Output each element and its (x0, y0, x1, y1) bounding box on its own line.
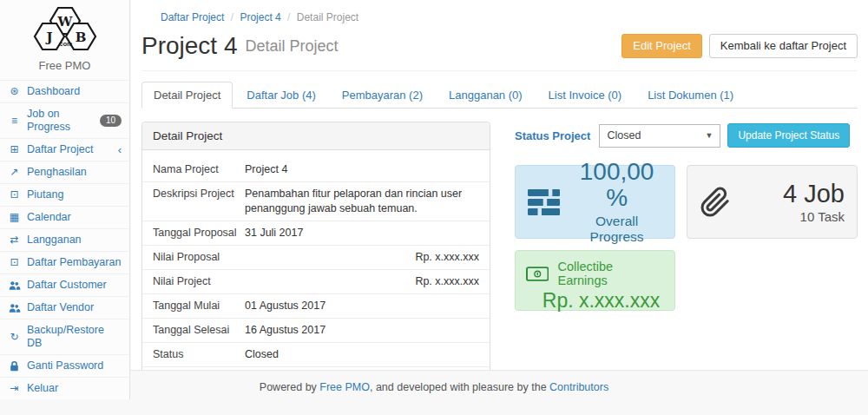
calendar-icon: ▦ (8, 211, 21, 224)
jwb-logo: W J B .com (0, 0, 129, 57)
svg-text:.com: .com (57, 41, 71, 47)
page-title: Project 4 (141, 32, 238, 60)
lock-icon (8, 359, 21, 372)
job-count-value: 4 Job (783, 181, 845, 208)
breadcrumb-current: Detail Project (297, 11, 358, 23)
table-icon: ⊞ (8, 143, 21, 156)
exchange-icon: ⇄ (8, 234, 21, 247)
refresh-icon: ↻ (8, 331, 21, 344)
sidebar-item-daftar-customer[interactable]: Daftar Customer (0, 273, 129, 296)
money-icon: ⊡ (8, 188, 21, 201)
users-icon (8, 301, 21, 314)
overall-progress-box: 100,00 % Overall Progress (515, 165, 675, 239)
back-to-list-button[interactable]: Kembali ke daftar Project (709, 34, 858, 58)
breadcrumb: Daftar Project / Project 4 / Detail Proj… (141, 0, 858, 25)
task-count-value: 10 Task (783, 209, 845, 224)
status-project-label: Status Project (515, 129, 590, 142)
job-count-badge: 10 (100, 115, 122, 127)
users-icon (8, 279, 21, 292)
page-header: Project 4 Detail Project Edit Project Ke… (141, 27, 858, 71)
status-row: Status Project Closed ▼ Update Project S… (515, 123, 858, 148)
progress-caption: Overall Progress (571, 214, 662, 245)
breadcrumb-separator: / (284, 11, 293, 23)
bars-icon: ≡ (8, 115, 21, 128)
sidebar-item-piutang[interactable]: ⊡ Piutang (0, 183, 129, 206)
svg-text:B: B (75, 30, 86, 45)
sidebar-item-langganan[interactable]: ⇄ Langganan (0, 228, 129, 251)
table-row: Nilai Proposal Rp. x.xxx.xxx (142, 245, 490, 269)
sign-out-icon: ⇥ (8, 382, 21, 395)
progress-value: 100,00 % (571, 159, 662, 211)
table-row: Nilai Project Rp. x.xxx.xxx (142, 269, 490, 293)
main-content: Daftar Project / Project 4 / Detail Proj… (131, 0, 868, 370)
brand-name: Free PMO (0, 57, 129, 80)
sidebar: W J B .com Free PMO ⊛ Dashboard ≡ Job on… (0, 0, 130, 399)
breadcrumb-separator: / (227, 11, 237, 23)
job-count-box: 4 Job 10 Task (687, 165, 858, 239)
collectible-earnings-box: Collectibe Earnings Rp. x.xxx.xxx (515, 250, 675, 311)
tab-bar: Detail Project Daftar Job (4) Pembayaran… (141, 82, 858, 109)
sidebar-item-daftar-vendor[interactable]: Daftar Vendor (0, 296, 129, 319)
table-row: Status Closed (142, 342, 490, 366)
tab-list-dokumen[interactable]: List Dokumen (1) (635, 82, 746, 109)
sidebar-item-calendar[interactable]: ▦ Calendar (0, 206, 129, 228)
svg-text:J: J (44, 30, 52, 45)
footer: Powered by Free PMO, and developed with … (0, 370, 868, 415)
free-pmo-link[interactable]: Free PMO (319, 381, 370, 393)
tab-list-invoice[interactable]: List Invoice (0) (536, 82, 635, 109)
tab-langganan[interactable]: Langganan (0) (437, 82, 535, 109)
page: W J B .com Free PMO ⊛ Dashboard ≡ Job on… (0, 0, 868, 415)
sidebar-item-ganti-password[interactable]: Ganti Password (0, 354, 129, 377)
detail-column: Detail Project Nama Project Project 4 De… (141, 122, 490, 395)
banknote-icon (526, 267, 549, 281)
tab-detail-project[interactable]: Detail Project (141, 82, 233, 109)
breadcrumb-project-4[interactable]: Project 4 (240, 11, 280, 23)
earnings-value: Rp. x.xxx.xxx (526, 289, 664, 313)
sidebar-item-daftar-project[interactable]: ⊞ Daftar Project ‹ (0, 138, 129, 161)
panel-title: Detail Project (142, 122, 490, 150)
money-icon: ⊡ (8, 256, 21, 269)
breadcrumb-daftar-project[interactable]: Daftar Project (161, 11, 224, 23)
table-row: Nama Project Project 4 (142, 158, 490, 181)
paperclip-icon (700, 187, 731, 218)
sidebar-item-job-on-progress[interactable]: ≡ Job on Progress 10 (0, 102, 129, 138)
table-row: Tanggal Mulai 01 Agustus 2017 (142, 293, 490, 318)
status-column: Status Project Closed ▼ Update Project S… (515, 122, 858, 395)
sidebar-item-dashboard[interactable]: ⊛ Dashboard (0, 80, 129, 102)
detail-project-panel: Detail Project Nama Project Project 4 De… (141, 122, 490, 395)
jwb-logo-icon: W J B .com (25, 7, 105, 52)
dashboard-icon: ⊛ (8, 85, 21, 98)
sidebar-item-penghasilan[interactable]: ↗ Penghasilan (0, 161, 129, 183)
sidebar-item-keluar[interactable]: ⇥ Keluar (0, 377, 129, 399)
chevron-left-icon: ‹ (118, 143, 122, 156)
sidebar-item-backup-restore[interactable]: ↻ Backup/Restore DB (0, 319, 129, 354)
tasks-icon (528, 188, 560, 217)
tab-daftar-job[interactable]: Daftar Job (4) (234, 82, 327, 109)
caret-down-icon: ▼ (706, 131, 713, 140)
page-subtitle: Detail Project (246, 37, 339, 56)
stat-boxes: 100,00 % Overall Progress 4 Job 10 Task (515, 165, 858, 239)
table-row: Tanggal Selesai 16 Agustus 2017 (142, 318, 490, 342)
tab-pembayaran[interactable]: Pembayaran (2) (330, 82, 435, 109)
detail-table: Nama Project Project 4 Deskripsi Project… (142, 150, 490, 394)
contributors-link[interactable]: Contributors (549, 381, 608, 393)
status-select[interactable]: Closed ▼ (599, 124, 720, 148)
line-chart-icon: ↗ (8, 166, 21, 179)
table-row: Tanggal Proposal 31 Juli 2017 (142, 221, 490, 245)
earnings-caption: Collectibe Earnings (557, 260, 664, 287)
header-buttons: Edit Project Kembali ke daftar Project (621, 34, 858, 58)
table-row: Deskripsi Project Penambahan fitur pelap… (142, 181, 490, 221)
sidebar-item-daftar-pembayaran[interactable]: ⊡ Daftar Pembayaran (0, 251, 129, 273)
content-columns: Detail Project Nama Project Project 4 De… (141, 122, 858, 395)
update-status-button[interactable]: Update Project Status (727, 123, 850, 148)
edit-project-button[interactable]: Edit Project (621, 34, 701, 58)
